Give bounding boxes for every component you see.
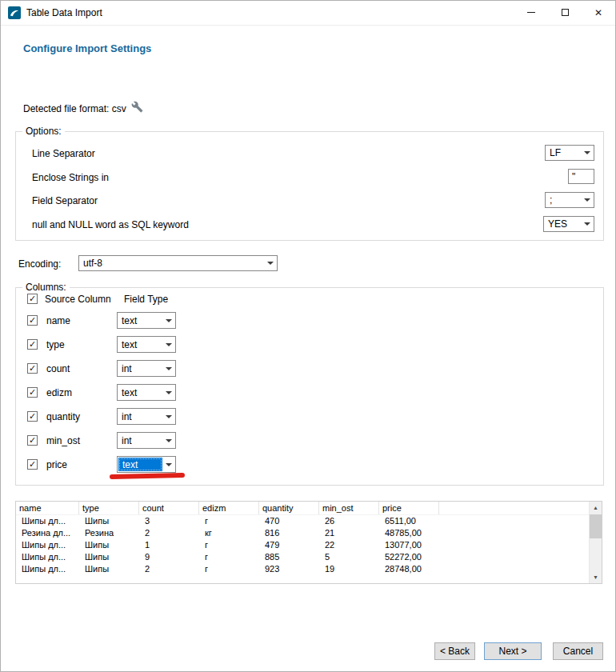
cell: 885	[259, 551, 319, 563]
field-type-value-quantity: int	[118, 409, 162, 424]
cell: 816	[259, 527, 319, 539]
minimize-button[interactable]	[514, 1, 548, 24]
encoding-value: utf-8	[79, 256, 264, 270]
close-button[interactable]: ✕	[582, 1, 615, 24]
select-all-columns-checkbox[interactable]: ✓	[27, 294, 38, 304]
cancel-button[interactable]: Cancel	[553, 642, 603, 660]
table-row[interactable]: Резина дл...Резина2кг8162148785,00	[16, 527, 589, 539]
preview-header-name[interactable]: name	[16, 502, 79, 514]
cell: 13077,00	[379, 539, 439, 551]
cell: 479	[259, 539, 319, 551]
null-keyword-label: null and NULL word as SQL keyword	[32, 219, 189, 230]
wrench-icon[interactable]	[131, 101, 143, 113]
table-row[interactable]: Шипы дл...Шипы2г9231928748,00	[16, 563, 589, 575]
table-row[interactable]: Шипы дл...Шипы3г470266511,00	[16, 515, 589, 527]
encoding-combo[interactable]: utf-8	[78, 255, 278, 271]
line-separator-combo[interactable]: LF	[545, 145, 594, 161]
field-type-combo-type[interactable]: text	[117, 336, 176, 353]
column-label-type: type	[46, 339, 65, 350]
field-type-combo-price[interactable]: text	[117, 456, 176, 473]
checkbox-column-price[interactable]: ✓	[27, 459, 38, 470]
maximize-button[interactable]	[548, 1, 582, 24]
checkbox-column-edizm[interactable]: ✓	[27, 387, 38, 398]
scroll-up-icon[interactable]: ▲	[590, 502, 602, 514]
check-icon: ✓	[28, 316, 37, 325]
check-icon: ✓	[28, 340, 37, 349]
chevron-down-icon	[162, 313, 175, 328]
table-row[interactable]: Шипы дл...Шипы1г4792213077,00	[16, 539, 589, 551]
cell: Шипы дл...	[16, 563, 79, 575]
scrollbar-thumb[interactable]	[590, 514, 602, 538]
null-keyword-value: YES	[544, 217, 581, 231]
checkbox-column-quantity[interactable]: ✓	[27, 411, 38, 422]
options-legend: Options:	[22, 126, 65, 137]
column-label-quantity: quantity	[46, 411, 80, 422]
next-button[interactable]: Next >	[484, 642, 542, 660]
cell: Шипы	[79, 515, 139, 527]
column-label-name: name	[46, 315, 70, 326]
checkbox-column-min-ost[interactable]: ✓	[27, 435, 38, 446]
scroll-down-icon[interactable]: ▼	[590, 571, 602, 583]
cell: г	[199, 515, 259, 527]
enclose-strings-input[interactable]: "	[568, 169, 594, 184]
field-type-combo-name[interactable]: text	[117, 312, 176, 329]
cell: Шипы	[79, 551, 139, 563]
field-type-combo-count[interactable]: int	[117, 360, 176, 377]
chevron-down-icon	[162, 457, 175, 472]
preview-header-min-ost[interactable]: min_ost	[319, 502, 379, 514]
encoding-label: Encoding:	[18, 258, 61, 270]
field-type-combo-min-ost[interactable]: int	[117, 432, 176, 449]
cell: 3	[139, 515, 199, 527]
back-button[interactable]: < Back	[434, 642, 475, 660]
cell: 28748,00	[379, 563, 439, 575]
field-type-value-type: text	[118, 337, 162, 352]
preview-header-price[interactable]: price	[379, 502, 439, 514]
check-icon: ✓	[28, 412, 37, 421]
table-row[interactable]: Шипы дл...Шипы9г885552272,00	[16, 551, 589, 563]
preview-header-quantity[interactable]: quantity	[259, 502, 319, 514]
line-separator-value: LF	[546, 146, 581, 160]
chevron-down-icon	[162, 361, 175, 376]
check-icon: ✓	[28, 460, 37, 469]
chevron-down-icon	[162, 337, 175, 352]
cell: 923	[259, 563, 319, 575]
cell: 5	[319, 551, 379, 563]
column-label-edizm: edizm	[46, 387, 72, 398]
chevron-down-icon	[162, 385, 175, 400]
checkbox-column-type[interactable]: ✓	[27, 339, 38, 350]
field-type-value-min-ost: int	[118, 433, 162, 448]
checkbox-column-name[interactable]: ✓	[27, 315, 38, 326]
preview-header-edizm[interactable]: edizm	[199, 502, 259, 514]
detected-format-label: Detected file format: csv	[23, 103, 126, 114]
table-data-import-window: Table Data Import ✕ Configure Import Set…	[0, 0, 616, 672]
null-keyword-combo[interactable]: YES	[543, 216, 594, 232]
checkbox-column-count[interactable]: ✓	[27, 363, 38, 374]
field-type-value-name: text	[118, 313, 162, 328]
cell: 9	[139, 551, 199, 563]
field-separator-combo[interactable]: ;	[545, 192, 594, 208]
close-icon: ✕	[594, 7, 602, 18]
cell: г	[199, 551, 259, 563]
cell: Шипы	[79, 563, 139, 575]
preview-header-type[interactable]: type	[79, 502, 139, 514]
line-separator-label: Line Separator	[32, 148, 95, 159]
cell: 52272,00	[379, 551, 439, 563]
chevron-down-icon	[581, 146, 594, 160]
cell: 2	[139, 563, 199, 575]
column-label-min-ost: min_ost	[46, 435, 80, 446]
chevron-down-icon	[581, 193, 594, 207]
field-type-combo-edizm[interactable]: text	[117, 384, 176, 401]
field-separator-label: Field Separator	[32, 195, 98, 206]
cell: Шипы дл...	[16, 551, 79, 563]
vertical-scrollbar[interactable]: ▲ ▼	[589, 502, 602, 583]
field-type-combo-quantity[interactable]: int	[117, 408, 176, 425]
mysql-workbench-icon	[8, 6, 21, 19]
field-type-value-price: text	[118, 458, 162, 471]
cell: Резина дл...	[16, 527, 79, 539]
title-bar: Table Data Import ✕	[1, 1, 615, 26]
field-type-header: Field Type	[124, 294, 168, 305]
page-title: Configure Import Settings	[23, 42, 151, 54]
cell: 2	[139, 527, 199, 539]
preview-header-count[interactable]: count	[139, 502, 199, 514]
maximize-icon	[562, 9, 569, 16]
